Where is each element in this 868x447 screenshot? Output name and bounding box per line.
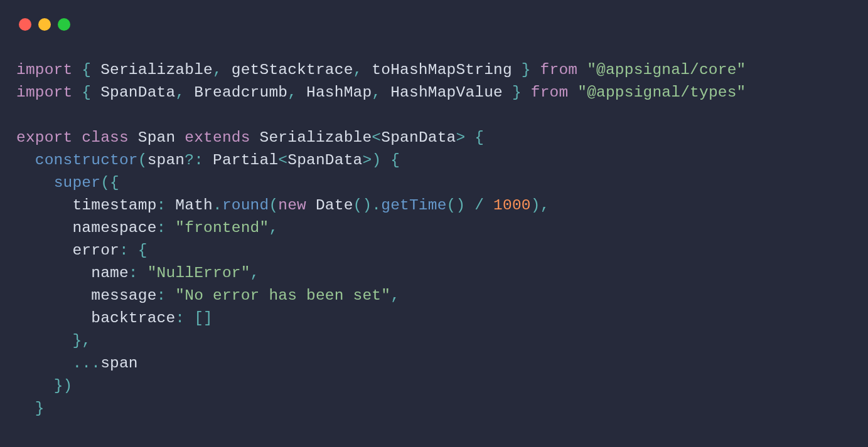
code-line: export class Span extends Serializable<S… (16, 129, 484, 146)
code-line: super({ (16, 174, 119, 191)
close-icon[interactable] (19, 18, 31, 31)
code-line: }) (16, 377, 72, 394)
window-titlebar (0, 0, 868, 31)
code-line: constructor(span?: Partial<SpanData>) { (16, 152, 400, 169)
keyword-import: import (16, 61, 72, 78)
code-line: ...span (16, 355, 138, 372)
zoom-icon[interactable] (58, 18, 70, 31)
code-line: timestamp: Math.round(new Date().getTime… (16, 197, 550, 214)
code-line: error: { (16, 242, 147, 259)
code-window: import { Serializable, getStacktrace, to… (0, 0, 868, 447)
code-line: namespace: "frontend", (16, 219, 278, 236)
minimize-icon[interactable] (38, 18, 51, 31)
code-line: name: "NullError", (16, 265, 260, 281)
code-line: }, (16, 332, 91, 349)
code-line: backtrace: [] (16, 310, 213, 327)
code-line: import { Serializable, getStacktrace, to… (16, 61, 746, 78)
code-editor: import { Serializable, getStacktrace, to… (0, 31, 868, 420)
code-line: } (16, 400, 45, 417)
code-line: message: "No error has been set", (16, 287, 400, 304)
code-line: import { SpanData, Breadcrumb, HashMap, … (16, 84, 746, 101)
